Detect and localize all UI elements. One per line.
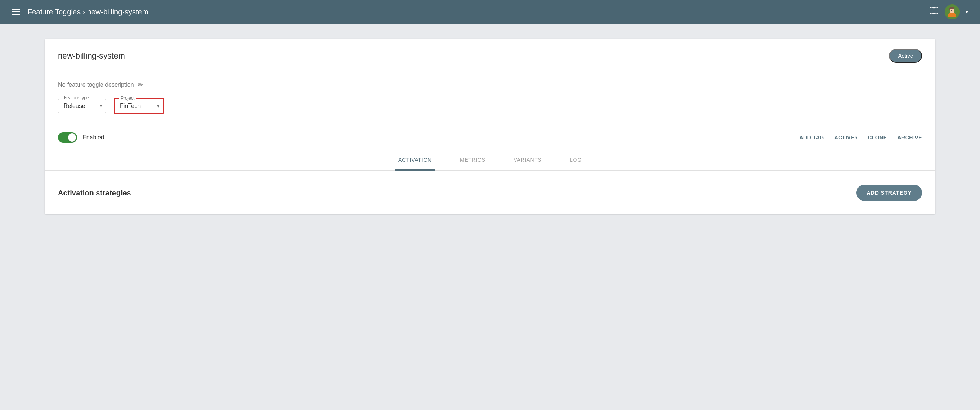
nav-left: Feature Toggles › new-billing-system bbox=[12, 8, 148, 16]
nav-title: Feature Toggles › new-billing-system bbox=[27, 8, 148, 16]
feature-toggle-card: new-billing-system Active No feature tog… bbox=[45, 38, 935, 214]
active-button-group: ACTIVE ▾ bbox=[835, 135, 858, 141]
enabled-label: Enabled bbox=[83, 134, 104, 141]
controls-row: Feature type Release ▾ Project FinTech ▾ bbox=[45, 98, 935, 125]
project-label: Project bbox=[119, 96, 136, 101]
feature-type-value: Release bbox=[64, 103, 85, 109]
hamburger-menu-button[interactable] bbox=[12, 9, 20, 15]
feature-type-select-container: Feature type Release ▾ bbox=[58, 99, 106, 114]
action-buttons: ADD TAG ACTIVE ▾ CLONE ARCHIVE bbox=[799, 135, 922, 141]
description-text: No feature toggle description bbox=[58, 82, 134, 88]
enabled-row: Enabled bbox=[58, 132, 104, 143]
tab-variants[interactable]: VARIANTS bbox=[511, 150, 544, 171]
feature-toggle-name: new-billing-system bbox=[58, 51, 125, 61]
activation-section: Activation strategies ADD STRATEGY bbox=[45, 171, 935, 214]
clone-button[interactable]: CLONE bbox=[868, 135, 887, 141]
active-dropdown-icon[interactable]: ▾ bbox=[855, 135, 858, 140]
project-value: FinTech bbox=[120, 103, 141, 109]
feature-type-select[interactable]: Release ▾ bbox=[58, 99, 106, 114]
nav-right: ▾ bbox=[929, 5, 968, 19]
active-button[interactable]: ACTIVE bbox=[835, 135, 854, 141]
page-content: new-billing-system Active No feature tog… bbox=[0, 24, 980, 229]
svg-rect-8 bbox=[951, 10, 952, 11]
project-select-container: Project FinTech ▾ bbox=[114, 98, 164, 114]
svg-rect-2 bbox=[949, 13, 955, 17]
project-group: Project FinTech ▾ bbox=[114, 98, 164, 114]
tabs-bar: ACTIVATION METRICS VARIANTS LOG bbox=[45, 150, 935, 171]
enabled-toggle[interactable] bbox=[58, 132, 77, 143]
svg-rect-3 bbox=[948, 14, 950, 17]
project-arrow-icon: ▾ bbox=[157, 103, 159, 109]
user-menu-chevron[interactable]: ▾ bbox=[966, 9, 968, 15]
svg-rect-10 bbox=[951, 12, 953, 12]
feature-type-group: Feature type Release ▾ bbox=[58, 99, 106, 114]
card-header: new-billing-system Active bbox=[45, 38, 935, 72]
archive-button[interactable]: ARCHIVE bbox=[897, 135, 922, 141]
tab-activation[interactable]: ACTIVATION bbox=[395, 150, 435, 171]
svg-rect-6 bbox=[950, 8, 955, 9]
svg-rect-9 bbox=[953, 10, 953, 11]
activation-strategies-title: Activation strategies bbox=[58, 189, 131, 197]
toggle-thumb bbox=[68, 133, 76, 142]
project-select[interactable]: FinTech ▾ bbox=[115, 99, 163, 113]
feature-type-label: Feature type bbox=[62, 95, 90, 100]
feature-type-arrow-icon: ▾ bbox=[100, 103, 102, 109]
action-bar: Enabled ADD TAG ACTIVE ▾ CLONE ARCHIVE bbox=[45, 125, 935, 150]
edit-description-icon[interactable]: ✏ bbox=[138, 81, 143, 89]
description-section: No feature toggle description ✏ bbox=[45, 72, 935, 89]
add-strategy-button[interactable]: ADD STRATEGY bbox=[856, 185, 922, 201]
tab-log[interactable]: LOG bbox=[567, 150, 585, 171]
user-avatar[interactable] bbox=[945, 5, 959, 19]
active-badge[interactable]: Active bbox=[889, 49, 922, 63]
description-row: No feature toggle description ✏ bbox=[58, 81, 922, 89]
add-tag-button[interactable]: ADD TAG bbox=[799, 135, 824, 141]
top-navigation: Feature Toggles › new-billing-system bbox=[0, 0, 980, 24]
svg-rect-7 bbox=[949, 8, 950, 9]
documentation-icon[interactable] bbox=[929, 7, 939, 17]
tab-metrics[interactable]: METRICS bbox=[457, 150, 488, 171]
svg-rect-4 bbox=[955, 14, 956, 17]
